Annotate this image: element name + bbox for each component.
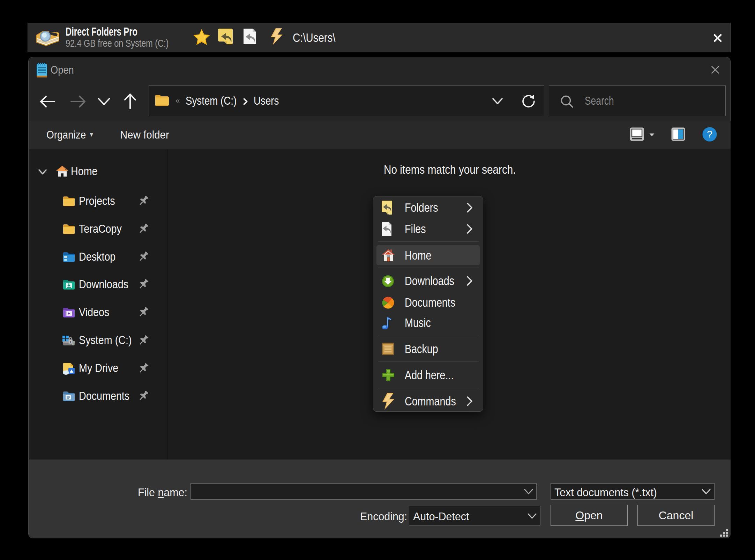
svg-text:?: ? [707,129,712,140]
